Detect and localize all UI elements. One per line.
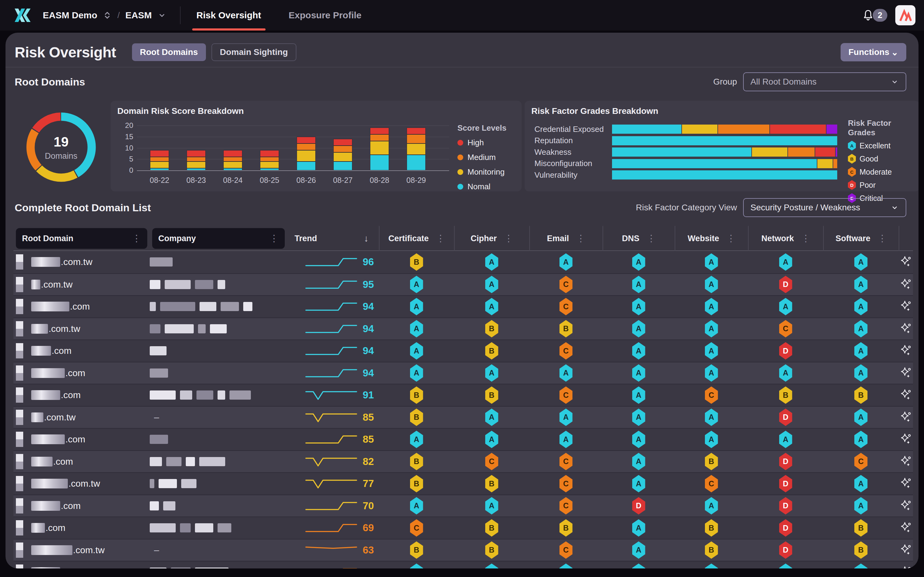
grade-badge-c[interactable]: C [779,320,792,337]
column-menu-icon[interactable]: ⋮ [647,235,656,242]
grade-badge-b[interactable]: B [410,475,423,492]
column-header-website[interactable]: Website⋮ [675,226,748,251]
grade-badge-a[interactable]: A [559,253,573,271]
sparkles-action-icon[interactable] [900,345,911,357]
grade-badge-a[interactable]: A [485,564,498,569]
grade-badge-b[interactable]: B [485,541,498,559]
grade-badge-c[interactable]: C [410,519,423,537]
root-domain-cell[interactable]: .com [13,561,150,569]
grade-badge-b[interactable]: B [559,519,573,537]
grade-badge-c[interactable]: C [705,387,718,404]
grade-badge-c[interactable]: C [559,497,573,514]
grade-badge-a[interactable]: A [559,408,573,426]
grade-badge-a[interactable]: A [855,364,867,382]
sparkles-action-icon[interactable] [900,500,911,512]
org-name[interactable]: EASM Demo [43,10,97,21]
grade-badge-a[interactable]: A [779,298,792,315]
grade-badge-b[interactable]: B [410,408,423,426]
column-menu-icon[interactable]: ⋮ [270,235,279,242]
grade-badge-a[interactable]: A [632,320,645,337]
table-row[interactable]: .com.tw–63BBCABDB [13,539,913,561]
root-domain-cell[interactable]: .com.tw [13,274,150,295]
grade-badge-c[interactable]: C [559,298,573,315]
root-domain-cell[interactable]: .com [13,451,150,472]
grade-badge-a[interactable]: A [485,276,498,293]
grade-badge-d[interactable]: D [779,497,792,514]
table-row[interactable]: .com58AAAAAAA [13,561,913,569]
grade-badge-d[interactable]: D [779,453,792,470]
sparkles-action-icon[interactable] [900,477,911,490]
toggle-domain-sighting[interactable]: Domain Sighting [212,44,296,61]
table-row[interactable]: .com94AAAAAAA [13,362,913,384]
grade-badge-a[interactable]: A [855,298,867,315]
group-select[interactable]: All Root Domains [743,73,906,91]
grade-badge-d[interactable]: D [779,276,792,293]
table-row[interactable]: .com.tw96BAAAAAA [13,251,913,273]
root-domain-cell[interactable]: .com.tw [13,407,150,428]
grade-badge-a[interactable]: A [705,342,718,359]
grade-badge-a[interactable]: A [485,298,498,315]
grade-badge-a[interactable]: A [410,431,423,448]
functions-button[interactable]: Functions⌄ [841,43,906,61]
grade-badge-b[interactable]: B [705,453,718,470]
grade-badge-a[interactable]: A [632,431,645,448]
tab-exposure-profile[interactable]: Exposure Profile [289,0,362,31]
grade-badge-c[interactable]: C [559,387,573,404]
grade-badge-a[interactable]: A [705,253,718,271]
grade-badge-a[interactable]: A [632,564,645,569]
root-domain-cell[interactable]: .com.tw [13,318,150,340]
grade-badge-a[interactable]: A [855,320,867,337]
grade-badge-a[interactable]: A [632,541,645,559]
grade-badge-a[interactable]: A [485,408,498,426]
tab-risk-oversight[interactable]: Risk Oversight [197,0,261,31]
table-row[interactable]: .com94AACAAAA [13,295,913,318]
sort-desc-icon[interactable]: ↓ [364,233,368,243]
grade-badge-a[interactable]: A [855,497,867,514]
sparkles-action-icon[interactable] [900,566,911,569]
grade-badge-c[interactable]: C [705,475,718,492]
grade-badge-a[interactable]: A [779,564,792,569]
column-header-dns[interactable]: DNS⋮ [603,226,675,251]
sparkles-action-icon[interactable] [900,522,911,534]
sparkles-action-icon[interactable] [900,323,911,335]
sparkles-action-icon[interactable] [900,256,911,268]
grade-badge-a[interactable]: A [559,364,573,382]
table-row[interactable]: .com91BBCACBB [13,384,913,406]
grade-badge-a[interactable]: A [855,475,867,492]
sparkles-action-icon[interactable] [900,279,911,291]
grade-badge-c[interactable]: C [559,276,573,293]
grade-badge-a[interactable]: A [705,364,718,382]
grade-badge-a[interactable]: A [855,253,867,271]
table-row[interactable]: .com94ABCAADA [13,340,913,362]
sparkles-action-icon[interactable] [900,411,911,424]
grade-badge-b[interactable]: B [705,541,718,559]
grade-badge-a[interactable]: A [632,298,645,315]
grade-badge-b[interactable]: B [485,387,498,404]
grade-badge-a[interactable]: A [855,564,867,569]
table-row[interactable]: .com.tw94ABBAACA [13,318,913,340]
grade-badge-b[interactable]: B [855,519,867,537]
project-name[interactable]: EASM [125,10,152,21]
column-header-certificate[interactable]: Certificate⋮ [379,226,454,251]
sparkles-action-icon[interactable] [900,389,911,401]
grade-badge-a[interactable]: A [410,564,423,569]
grade-badge-b[interactable]: B [779,387,792,404]
grade-badge-a[interactable]: A [410,320,423,337]
grade-badge-b[interactable]: B [410,253,423,271]
grade-badge-b[interactable]: B [410,387,423,404]
root-domain-cell[interactable]: .com.tw [13,251,150,273]
grade-badge-a[interactable]: A [632,253,645,271]
grade-badge-a[interactable]: A [632,475,645,492]
grade-badge-a[interactable]: A [485,364,498,382]
grade-badge-d[interactable]: D [779,408,792,426]
grade-badge-a[interactable]: A [705,320,718,337]
grade-badge-c[interactable]: C [559,541,573,559]
grade-badge-a[interactable]: A [410,497,423,514]
column-header-root-domain[interactable]: Root Domain⋮ [16,228,147,249]
grade-badge-c[interactable]: C [559,342,573,359]
grade-badge-a[interactable]: A [559,431,573,448]
grade-badge-a[interactable]: A [855,408,867,426]
root-domain-cell[interactable]: .com [13,363,150,384]
column-menu-icon[interactable]: ⋮ [576,235,585,242]
sparkles-action-icon[interactable] [900,544,911,556]
